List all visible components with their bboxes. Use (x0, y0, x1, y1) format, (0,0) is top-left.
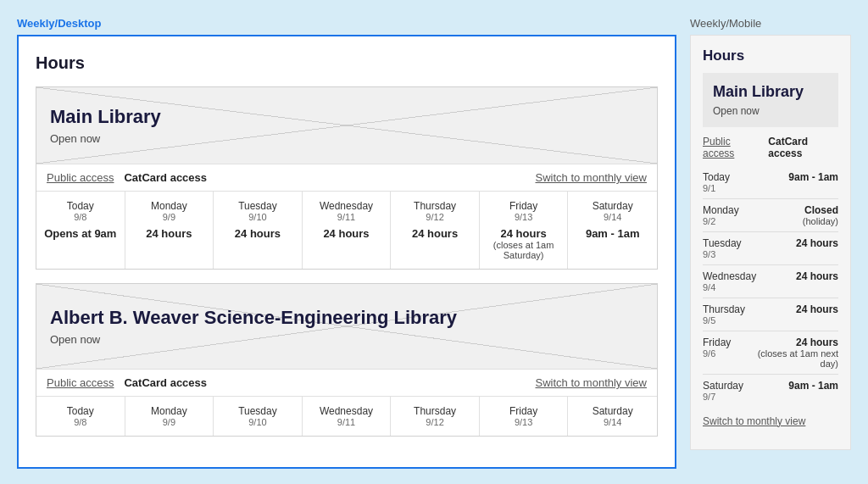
day-name-tue-science: Tuesday (220, 405, 295, 417)
mobile-library-name: Main Library (713, 83, 828, 102)
mobile-day: Thursday9/5 (703, 303, 745, 325)
mobile-hours-row: Tuesday9/324 hours (703, 232, 838, 265)
mobile-hours-row: Today9/19am - 1am (703, 166, 838, 199)
mobile-day-date: 9/2 (703, 216, 741, 226)
access-tabs-left-main: Public access CatCard access (47, 171, 207, 184)
mobile-access-tabs: Public access CatCard access (703, 136, 838, 159)
right-panel: Weekly/Mobile Hours Main Library Open no… (690, 17, 851, 469)
hours-cell-thu-main: Thursday 9/12 24 hours (391, 192, 480, 269)
mobile-hours-val: 9am - 1am (788, 171, 838, 183)
mobile-hours-val: 9am - 1am (788, 380, 838, 392)
hours-cell-sat-main: Saturday 9/14 9am - 1am (568, 192, 657, 269)
day-date-thu-main: 9/12 (398, 212, 472, 222)
mobile-panel-label: Weekly/Mobile (690, 17, 851, 30)
mobile-public-access-tab[interactable]: Public access (703, 136, 760, 159)
hours-value-mon-main: 24 hours (132, 227, 207, 240)
hours-cell-fri-science: Friday 9/13 (480, 397, 569, 436)
mobile-day-name: Friday (703, 337, 741, 348)
mobile-library-card: Main Library Open now (703, 73, 838, 127)
day-name-fri-science: Friday (487, 405, 561, 417)
day-name-fri-main: Friday (487, 200, 561, 212)
mobile-hours-val: 24 hours (796, 303, 838, 315)
hours-grid-main: Today 9/8 Opens at 9am Monday 9/9 24 hou… (36, 191, 657, 269)
mobile-hours-list: Today9/19am - 1amMonday9/2Closed(holiday… (703, 166, 838, 407)
access-tabs-left-science: Public access CatCard access (47, 376, 207, 389)
hours-value-fri-main: 24 hours (487, 227, 561, 240)
library-status-main: Open now (50, 132, 161, 145)
mobile-day-date: 9/5 (703, 315, 745, 325)
mobile-hours-val: 24 hours (796, 237, 838, 249)
day-date-sat-science: 9/14 (575, 417, 650, 427)
hours-cell-today-main: Today 9/8 Opens at 9am (36, 192, 125, 269)
hours-cell-tue-main: Tuesday 9/10 24 hours (214, 192, 303, 269)
day-date-thu-science: 9/12 (398, 417, 472, 427)
public-access-tab-main[interactable]: Public access (47, 171, 114, 184)
day-date-wed-science: 9/11 (309, 417, 384, 427)
hours-cell-fri-main: Friday 9/13 24 hours (closes at 1am Satu… (480, 192, 569, 269)
mobile-day: Wednesday9/4 (703, 270, 756, 292)
mobile-hours-row: Thursday9/524 hours (703, 298, 838, 331)
mobile-hours-title: Hours (703, 47, 838, 64)
day-date-tue-science: 9/10 (220, 417, 295, 427)
mobile-hours-row: Friday9/624 hours(closes at 1am next day… (703, 331, 838, 375)
day-name-sat-main: Saturday (575, 200, 650, 212)
mobile-day: Monday9/2 (703, 204, 741, 226)
mobile-day-name: Saturday (703, 380, 743, 392)
library-info-science: Albert B. Weaver Science-Engineering Lib… (50, 307, 457, 345)
hours-value-today-main: Opens at 9am (43, 227, 118, 240)
hours-cell-tue-science: Tuesday 9/10 (214, 397, 303, 436)
day-date-today-main: 9/8 (43, 212, 118, 222)
day-name-wed-science: Wednesday (309, 405, 384, 417)
library-card-main: Main Library Open now Public access CatC… (36, 86, 658, 270)
catcard-access-tab-science[interactable]: CatCard access (124, 376, 207, 389)
day-name-sat-science: Saturday (575, 405, 650, 417)
access-tabs-science: Public access CatCard access Switch to m… (36, 369, 657, 396)
day-date-mon-main: 9/9 (132, 212, 207, 222)
switch-monthly-view-science[interactable]: Switch to monthly view (536, 376, 648, 389)
hours-cell-today-science: Today 9/8 (36, 397, 125, 436)
mobile-day-date: 9/1 (703, 183, 741, 193)
page-title: Hours (36, 53, 658, 73)
day-name-thu-science: Thursday (398, 405, 472, 417)
mobile-day: Tuesday9/3 (703, 237, 742, 259)
day-date-wed-main: 9/11 (309, 212, 384, 222)
library-info-main: Main Library Open now (50, 106, 161, 144)
mobile-day-date: 9/3 (703, 249, 742, 259)
mobile-day-name: Wednesday (703, 270, 756, 282)
day-date-tue-main: 9/10 (220, 212, 295, 222)
mobile-hours-val: 24 hours(closes at 1am next day) (741, 337, 838, 369)
day-date-sat-main: 9/14 (575, 212, 650, 222)
day-name-mon-main: Monday (132, 200, 207, 212)
desktop-panel-label: Weekly/Desktop (17, 17, 676, 30)
hours-value-tue-main: 24 hours (220, 227, 295, 240)
library-image-main: Main Library Open now (36, 87, 657, 164)
library-name-science: Albert B. Weaver Science-Engineering Lib… (50, 307, 457, 329)
switch-monthly-view-main[interactable]: Switch to monthly view (536, 171, 648, 184)
mobile-hours-row: Wednesday9/424 hours (703, 265, 838, 298)
mobile-day-name: Thursday (703, 303, 745, 315)
hours-value-sat-main: 9am - 1am (575, 227, 650, 240)
library-status-science: Open now (50, 333, 457, 346)
mobile-day: Saturday9/7 (703, 380, 743, 402)
mobile-day-name: Monday (703, 204, 741, 216)
mobile-hours-row: Monday9/2Closed(holiday) (703, 199, 838, 232)
hours-cell-sat-science: Saturday 9/14 (568, 397, 657, 436)
mobile-hours-val: 24 hours (796, 270, 838, 282)
catcard-access-tab-main[interactable]: CatCard access (124, 171, 207, 184)
mobile-day: Today9/1 (703, 171, 741, 193)
mobile-day-date: 9/7 (703, 392, 743, 402)
mobile-catcard-access-tab[interactable]: CatCard access (768, 136, 838, 159)
day-date-mon-science: 9/9 (132, 417, 207, 427)
mobile-day-date: 9/4 (703, 282, 756, 292)
day-name-thu-main: Thursday (398, 200, 472, 212)
mobile-switch-view[interactable]: Switch to monthly view (703, 415, 838, 427)
mobile-hours-note: (holiday) (803, 216, 838, 226)
mobile-frame: Hours Main Library Open now Public acces… (690, 35, 851, 450)
mobile-hours-row: Saturday9/79am - 1am (703, 375, 838, 407)
day-date-today-science: 9/8 (43, 417, 118, 427)
hours-note-fri-main: (closes at 1am Saturday) (487, 240, 561, 260)
mobile-day-name: Tuesday (703, 237, 742, 249)
public-access-tab-science[interactable]: Public access (47, 376, 114, 389)
hours-cell-mon-science: Monday 9/9 (125, 397, 214, 436)
hours-value-wed-main: 24 hours (309, 227, 384, 240)
